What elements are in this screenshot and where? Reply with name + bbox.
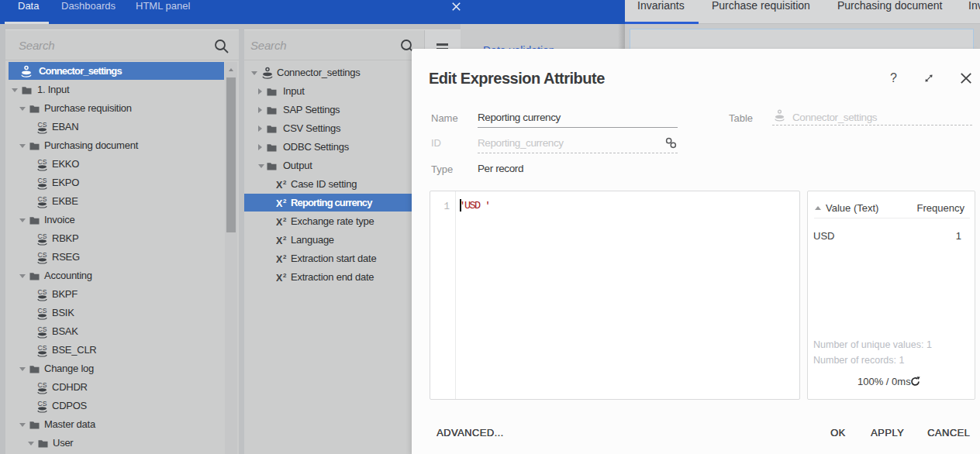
svg-text:CS: CS [38, 288, 47, 296]
svg-text:CS: CS [38, 400, 47, 408]
svg-text:2: 2 [283, 198, 287, 205]
svg-text:2: 2 [283, 179, 287, 186]
svg-text:X: X [276, 180, 283, 190]
svg-text:2: 2 [283, 253, 287, 260]
svg-text:2: 2 [283, 216, 287, 223]
svg-text:X: X [276, 217, 283, 227]
svg-text:CS: CS [38, 325, 47, 333]
svg-text:X: X [276, 198, 283, 208]
svg-text:2: 2 [283, 272, 287, 279]
svg-text:CS: CS [38, 232, 47, 240]
svg-text:X: X [276, 254, 283, 264]
svg-text:X: X [276, 273, 283, 283]
svg-text:CS: CS [38, 344, 47, 352]
svg-text:CS: CS [38, 251, 47, 259]
svg-text:CS: CS [38, 381, 47, 389]
svg-text:2: 2 [283, 235, 287, 242]
svg-text:CS: CS [38, 307, 47, 315]
svg-text:CS: CS [38, 121, 47, 129]
svg-text:CS: CS [38, 177, 47, 184]
svg-text:X: X [276, 236, 283, 246]
svg-text:CS: CS [38, 195, 47, 203]
svg-text:CS: CS [38, 158, 47, 166]
